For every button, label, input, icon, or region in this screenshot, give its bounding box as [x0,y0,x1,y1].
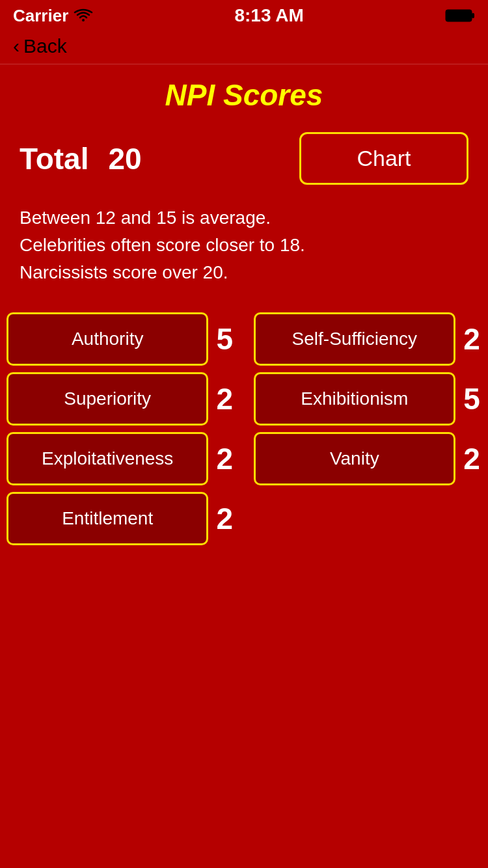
total-label: Total [20,141,88,176]
status-right [445,8,475,23]
score-btn-authority[interactable]: Authority [7,312,208,366]
svg-rect-1 [446,10,471,21]
time-label: 8:13 AM [234,5,303,26]
score-btn-entitlement[interactable]: Entitlement [7,492,208,545]
score-right-group: Exhibitionism5 [254,372,481,426]
chart-button[interactable]: Chart [299,132,468,185]
back-chevron-icon: ‹ [13,35,20,57]
back-label: Back [23,35,67,57]
score-right-group: Vanity2 [254,432,481,485]
score-btn-superiority[interactable]: Superiority [7,372,208,426]
total-row: Total 20 Chart [0,119,488,198]
description-line2: Celebrities often score closer to 18. [20,232,468,259]
description-line1: Between 12 and 15 is average. [20,204,468,232]
page-title: NPI Scores [0,64,488,119]
description-line3: Narcissists score over 20. [20,259,468,286]
nav-bar: ‹ Back [0,29,488,64]
total-left: Total 20 [20,141,142,176]
wifi-icon [74,8,93,23]
score-num-exploitativeness: 2 [215,441,234,476]
status-left: Carrier [13,6,93,26]
battery-icon [445,8,475,23]
score-grid: Authority5Self-Sufficiency2Superiority2E… [0,306,488,552]
score-num-authority: 5 [215,321,234,357]
carrier-label: Carrier [13,6,68,26]
score-num-entitlement: 2 [215,501,234,536]
score-btn-vanity[interactable]: Vanity [254,432,455,485]
back-button[interactable]: ‹ Back [13,35,67,57]
description: Between 12 and 15 is average. Celebritie… [0,198,488,306]
score-btn-self-sufficiency[interactable]: Self-Sufficiency [254,312,455,366]
score-row: Authority5Self-Sufficiency2 [7,312,481,366]
score-row: Superiority2Exhibitionism5 [7,372,481,426]
total-value: 20 [108,141,141,176]
score-num-superiority: 2 [215,381,234,416]
score-left-group: Entitlement2 [7,492,234,545]
svg-rect-2 [472,13,474,18]
score-left-group: Exploitativeness2 [7,432,234,485]
score-num-exhibitionism: 5 [462,381,481,416]
score-num-self-sufficiency: 2 [462,321,481,357]
score-btn-exploitativeness[interactable]: Exploitativeness [7,432,208,485]
score-left-group: Authority5 [7,312,234,366]
score-num-vanity: 2 [462,441,481,476]
score-btn-exhibitionism[interactable]: Exhibitionism [254,372,455,426]
score-right-group: Self-Sufficiency2 [254,312,481,366]
score-row: Exploitativeness2Vanity2 [7,432,481,485]
score-left-group: Superiority2 [7,372,234,426]
score-row: Entitlement2 [7,492,481,545]
status-bar: Carrier 8:13 AM [0,0,488,29]
